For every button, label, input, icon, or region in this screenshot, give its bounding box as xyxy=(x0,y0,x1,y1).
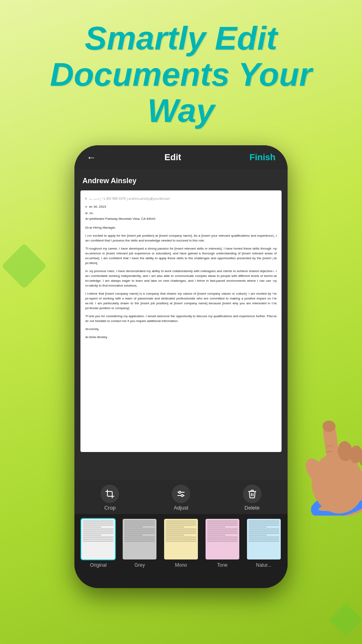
decoration-diamond-tl xyxy=(1,243,47,289)
filter-thumb-mono xyxy=(163,518,199,560)
adjust-icon xyxy=(172,485,190,503)
filter-mono[interactable]: Mono xyxy=(160,518,202,568)
edit-toolbar: Crop Adjust xyxy=(74,480,288,514)
document-name: Andrew Ainsley xyxy=(80,173,282,188)
filter-tone-label: Tone xyxy=(217,562,228,568)
hand-graphic xyxy=(282,387,362,516)
crop-border xyxy=(88,198,274,444)
top-bar: ← Edit Finish xyxy=(74,145,288,169)
filter-thumb-nature xyxy=(246,518,282,560)
svg-point-2 xyxy=(179,491,181,493)
svg-point-3 xyxy=(181,494,183,496)
back-arrow[interactable]: ← xyxy=(86,152,96,163)
phone-mockup: ← Edit Finish Andrew Ainsley N xyxy=(0,145,362,588)
filter-thumb-tone xyxy=(205,518,240,560)
page-title: Smartly Edit Documents Your Way xyxy=(16,20,346,129)
filter-row: Original Grey xyxy=(74,514,288,588)
filter-thumb-original xyxy=(80,518,116,560)
filter-original-label: Original xyxy=(90,562,107,568)
filter-original[interactable]: Original xyxy=(78,518,119,568)
crop-icon xyxy=(101,485,119,503)
svg-point-8 xyxy=(323,421,335,432)
delete-label: Delete xyxy=(245,505,260,511)
document-area: Andrew Ainsley New York | +1 300 555-037… xyxy=(74,169,288,480)
filter-grey-label: Grey xyxy=(134,562,145,568)
filter-grey[interactable]: Grey xyxy=(119,518,160,568)
delete-icon xyxy=(243,485,261,503)
finish-button[interactable]: Finish xyxy=(249,152,276,163)
crop-tool[interactable]: Crop xyxy=(101,485,119,511)
adjust-tool[interactable]: Adjust xyxy=(172,485,190,511)
phone-frame: ← Edit Finish Andrew Ainsley N xyxy=(74,145,288,588)
filter-nature-label: Natur... xyxy=(256,562,272,568)
screen-title: Edit xyxy=(165,152,181,163)
filter-mono-label: Mono xyxy=(175,562,187,568)
filter-nature[interactable]: Natur... xyxy=(243,518,284,568)
adjust-label: Adjust xyxy=(174,505,188,511)
crop-label: Crop xyxy=(104,505,115,511)
delete-tool[interactable]: Delete xyxy=(243,485,261,511)
page-header: Smartly Edit Documents Your Way xyxy=(0,0,362,141)
filter-thumb-grey xyxy=(122,518,157,560)
decoration-diamond-br xyxy=(329,603,362,637)
filter-tone[interactable]: Tone xyxy=(202,518,243,568)
document-content: New York | +1 300 555-0379 | andrew.ains… xyxy=(80,190,282,452)
phone-screen: Andrew Ainsley New York | +1 300 555-037… xyxy=(74,169,288,588)
